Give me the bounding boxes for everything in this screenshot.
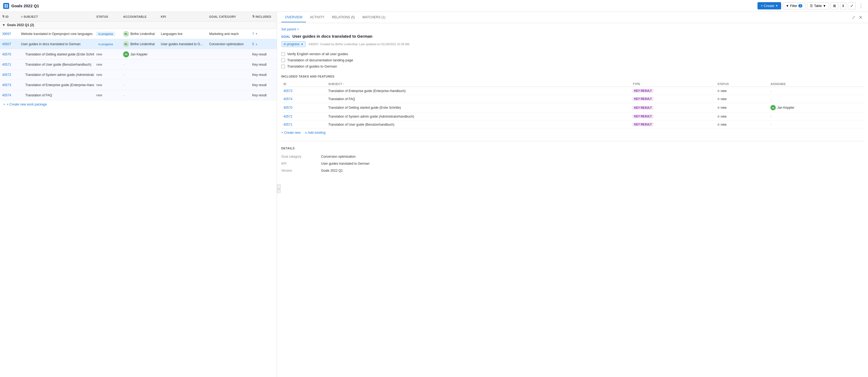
group-row[interactable]: ▼ Goals 2022 Q1 (2) — [0, 22, 277, 29]
set-parent-link[interactable]: Set parent + — [281, 27, 864, 31]
detail-close-button[interactable]: ✕ — [858, 13, 864, 22]
th-id[interactable]: ⇅ ID — [0, 13, 19, 20]
filter-button[interactable]: ▼ Filter 3 — [783, 2, 805, 9]
status-new-40571: new — [96, 63, 102, 66]
table-view-button[interactable]: ☰ Table ▼ — [807, 2, 829, 9]
th-subject[interactable]: ≡ SUBJECT — [19, 13, 94, 20]
included-id-40574[interactable]: 40574 — [283, 97, 292, 101]
columns-button[interactable]: ⊞ — [831, 2, 838, 9]
th-subject-label: SUBJECT — [24, 15, 38, 18]
detail-row-goal-category: Goal category Conversion optimization — [281, 153, 864, 160]
tab-relations[interactable]: RELATIONS (5) — [328, 13, 359, 22]
more-button[interactable]: ⋮ — [857, 2, 865, 10]
table-header: ⇅ ID ≡ SUBJECT STATUS ACCOUNTABLE KPI GO… — [0, 12, 277, 22]
svg-rect-2 — [5, 6, 6, 7]
checkbox-1[interactable] — [281, 52, 285, 56]
detail-expand-button[interactable]: ⤢ — [851, 14, 857, 21]
table-row-child-40571[interactable]: 40571 Translation of User guide (Benutze… — [0, 59, 277, 70]
status-pill-chevron: ▼ — [301, 43, 303, 46]
filter-label: Filter — [790, 4, 797, 8]
th-included-subject: SUBJECT ↑ — [326, 81, 630, 87]
tab-relations-label: RELATIONS (5) — [332, 15, 355, 19]
filter-icon: ▼ — [786, 4, 789, 8]
included-id-40573[interactable]: 40573 — [283, 89, 292, 93]
table-chevron: ▼ — [823, 4, 826, 8]
included-row-40570[interactable]: 40570 Translation of Getting started gui… — [281, 103, 864, 113]
fullscreen-button[interactable]: ⤢ — [848, 2, 856, 9]
row-goal-category-39097: Marketing and reach — [207, 31, 250, 37]
row-id-40507[interactable]: 40507 — [0, 41, 19, 47]
th-status[interactable]: STATUS — [94, 13, 121, 20]
includes-chevron-40507[interactable]: ▲ — [255, 42, 258, 46]
included-row-40572[interactable]: 40572 Translation of System admin guide … — [281, 113, 864, 121]
app-header: Goals 2022 Q1 + Create ▼ ▼ Filter 3 ☰ Ta… — [0, 0, 868, 12]
info-button[interactable]: ℹ — [840, 2, 846, 9]
checkbox-3[interactable] — [281, 65, 285, 68]
row-id-40571[interactable]: 40571 — [0, 61, 19, 68]
th-includes[interactable]: ⇅ INCLUDES — [250, 13, 277, 20]
row-id-40572[interactable]: 40572 — [0, 71, 19, 78]
checkbox-2[interactable] — [281, 58, 285, 62]
info-icon: ℹ — [842, 4, 844, 8]
row-kpi-40572 — [159, 74, 207, 76]
row-id-40574[interactable]: 40574 — [0, 92, 19, 98]
table-row-child-40574[interactable]: 40574 Translation of FAQ new - Key resul… — [0, 90, 277, 100]
create-new-work-package[interactable]: + + Create new work package — [0, 100, 277, 109]
create-button[interactable]: + Create ▼ — [757, 2, 781, 9]
details-section-title: DETAILS — [281, 147, 864, 150]
th-accountable[interactable]: ACCOUNTABLE — [121, 13, 159, 20]
row-accountable-39097: BL Birthe Lindenthal — [121, 30, 159, 38]
table-row-selected[interactable]: 40507 User guides in docs translated to … — [0, 39, 277, 49]
create-new-label: + Create new work package — [7, 103, 47, 106]
included-row-40574[interactable]: 40574 Translation of FAQ KEY RESULT new … — [281, 95, 864, 103]
included-subject-40573: Translation of Enterprise guide (Enterpr… — [326, 87, 630, 95]
th-status-label: STATUS — [96, 15, 108, 18]
table-row-child-40570[interactable]: 40570 Translation of Getting started gui… — [0, 49, 277, 59]
collapse-panel-button[interactable]: › — [277, 184, 281, 193]
includes-chevron-39097[interactable]: ▼ — [255, 32, 258, 35]
included-row-40571[interactable]: 40571 Translation of User guide (Benutze… — [281, 121, 864, 128]
included-table: ID SUBJECT ↑ TYPE STATUS ASSIGNEE — [281, 81, 864, 128]
included-status-40571: new — [715, 121, 768, 128]
row-id-40573[interactable]: 40573 — [0, 82, 19, 88]
row-id-39097[interactable]: 39097 — [0, 31, 19, 37]
th-kpi[interactable]: KPI — [159, 13, 207, 20]
collapse-icon[interactable]: ▼ — [2, 23, 5, 27]
detail-value-version: Goals 2022 Q1 — [321, 169, 864, 173]
included-row-40573[interactable]: 40573 Translation of Enterprise guide (E… — [281, 87, 864, 95]
accountable-name-40570: Jan Keppler — [130, 53, 148, 56]
add-existing-label: ∞ Add existing — [305, 131, 326, 135]
create-label: + Create — [761, 4, 774, 8]
app-logo: Goals 2022 Q1 — [3, 3, 39, 9]
table-row[interactable]: 39097 Website translated in Openproject … — [0, 29, 277, 39]
avatar-40507: BL — [123, 41, 129, 47]
included-id-40571[interactable]: 40571 — [283, 123, 292, 126]
row-subject-40570: Translation of Getting started guide (Er… — [19, 51, 94, 58]
row-kpi-40571 — [159, 63, 207, 66]
row-goal-category-40507: Conversion optimization — [207, 41, 250, 47]
header-actions: + Create ▼ ▼ Filter 3 ☰ Table ▼ ⊞ ℹ ⤢ ⋮ — [757, 2, 865, 10]
svg-rect-1 — [6, 4, 8, 6]
th-goal-category[interactable]: GOAL CATEGORY — [207, 13, 250, 20]
row-id-40570[interactable]: 40570 — [0, 51, 19, 58]
avatar-40570: JK — [123, 51, 129, 57]
th-accountable-label: ACCOUNTABLE — [123, 15, 147, 18]
tab-overview[interactable]: OVERVIEW — [281, 13, 306, 22]
includes-sort-icon: ⇅ — [252, 15, 255, 18]
tab-activity[interactable]: ACTIVITY — [306, 13, 328, 22]
status-pill-label: in progress — [284, 42, 300, 46]
table-row-child-40573[interactable]: 40573 Translation of Enterprise guide (E… — [0, 80, 277, 90]
row-kpi-40570 — [159, 53, 207, 56]
tab-watchers[interactable]: WATCHERS (1) — [359, 13, 389, 22]
status-pill[interactable]: in progress ▼ — [281, 41, 306, 47]
included-id-40570[interactable]: 40570 — [283, 106, 292, 110]
tab-watchers-label: WATCHERS (1) — [363, 15, 385, 19]
included-subject-40570: Translation of Getting started guide (Er… — [326, 103, 630, 113]
table-row-child-40572[interactable]: 40572 Translation of System admin guide … — [0, 70, 277, 80]
create-new-button[interactable]: + Create new — [281, 131, 301, 135]
included-assignee-40570: JK Jan Keppler — [768, 103, 864, 113]
included-section-title: INCLUDED TASKS AND FEATURES — [281, 75, 864, 78]
row-subject-40574: Translation of FAQ — [19, 92, 94, 98]
included-id-40572[interactable]: 40572 — [283, 115, 292, 118]
add-existing-button[interactable]: ∞ Add existing — [305, 131, 326, 135]
